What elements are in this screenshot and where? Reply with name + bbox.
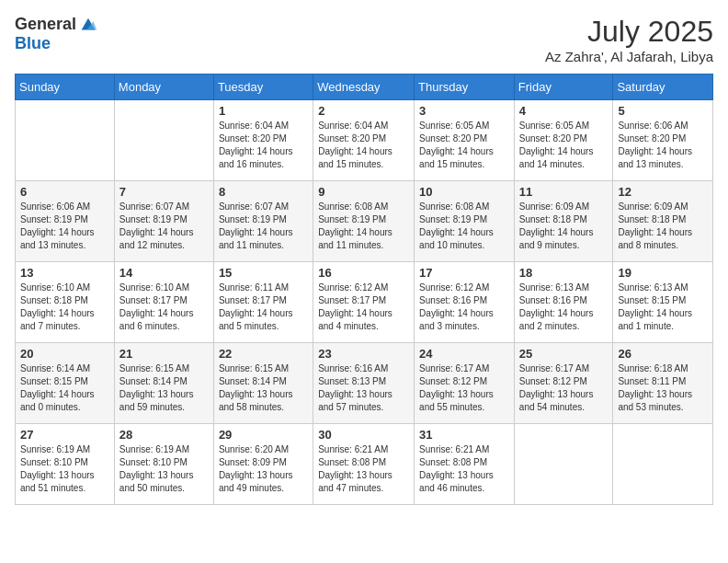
logo-text: General Blue — [15, 15, 98, 53]
weekday-header-monday: Monday — [114, 75, 213, 100]
day-detail: Sunrise: 6:13 AM Sunset: 8:16 PM Dayligh… — [519, 282, 609, 333]
weekday-header-thursday: Thursday — [415, 75, 515, 100]
day-number: 24 — [419, 347, 509, 361]
day-detail: Sunrise: 6:17 AM Sunset: 8:12 PM Dayligh… — [419, 362, 509, 414]
page-header: General Blue July 2025 Az Zahra', Al Jaf… — [15, 15, 713, 64]
calendar-cell: 3Sunrise: 6:05 AM Sunset: 8:20 PM Daylig… — [415, 100, 515, 181]
day-number: 23 — [318, 347, 409, 361]
day-number: 16 — [318, 266, 409, 280]
day-number: 14 — [119, 266, 209, 280]
day-detail: Sunrise: 6:05 AM Sunset: 8:20 PM Dayligh… — [519, 120, 609, 171]
day-number: 3 — [419, 104, 509, 118]
day-detail: Sunrise: 6:10 AM Sunset: 8:17 PM Dayligh… — [119, 282, 209, 333]
calendar-cell: 19Sunrise: 6:13 AM Sunset: 8:15 PM Dayli… — [613, 262, 713, 343]
day-number: 1 — [219, 104, 308, 118]
calendar-cell: 15Sunrise: 6:11 AM Sunset: 8:17 PM Dayli… — [213, 262, 313, 343]
day-detail: Sunrise: 6:07 AM Sunset: 8:19 PM Dayligh… — [219, 201, 308, 252]
day-detail: Sunrise: 6:04 AM Sunset: 8:20 PM Dayligh… — [318, 120, 409, 171]
calendar-cell: 9Sunrise: 6:08 AM Sunset: 8:19 PM Daylig… — [313, 181, 415, 262]
day-detail: Sunrise: 6:16 AM Sunset: 8:13 PM Dayligh… — [318, 362, 409, 414]
day-number: 4 — [519, 104, 609, 118]
day-detail: Sunrise: 6:12 AM Sunset: 8:16 PM Dayligh… — [419, 282, 509, 333]
logo-general: General — [15, 16, 76, 34]
calendar-cell: 5Sunrise: 6:06 AM Sunset: 8:20 PM Daylig… — [613, 100, 713, 181]
day-number: 19 — [618, 266, 708, 280]
calendar-cell: 13Sunrise: 6:10 AM Sunset: 8:18 PM Dayli… — [16, 262, 115, 343]
day-detail: Sunrise: 6:06 AM Sunset: 8:20 PM Dayligh… — [618, 120, 708, 171]
calendar-cell: 8Sunrise: 6:07 AM Sunset: 8:19 PM Daylig… — [213, 181, 313, 262]
calendar-cell: 22Sunrise: 6:15 AM Sunset: 8:14 PM Dayli… — [213, 343, 313, 424]
day-detail: Sunrise: 6:04 AM Sunset: 8:20 PM Dayligh… — [219, 120, 308, 171]
calendar-week-row: 1Sunrise: 6:04 AM Sunset: 8:20 PM Daylig… — [16, 100, 713, 181]
calendar-cell: 16Sunrise: 6:12 AM Sunset: 8:17 PM Dayli… — [313, 262, 415, 343]
calendar-cell: 7Sunrise: 6:07 AM Sunset: 8:19 PM Daylig… — [114, 181, 213, 262]
day-detail: Sunrise: 6:07 AM Sunset: 8:19 PM Dayligh… — [119, 201, 209, 252]
calendar-cell: 4Sunrise: 6:05 AM Sunset: 8:20 PM Daylig… — [514, 100, 613, 181]
day-number: 8 — [219, 185, 308, 199]
calendar-cell: 29Sunrise: 6:20 AM Sunset: 8:09 PM Dayli… — [213, 424, 313, 505]
day-number: 25 — [519, 347, 609, 361]
weekday-header-wednesday: Wednesday — [313, 75, 415, 100]
day-number: 20 — [20, 347, 109, 361]
day-number: 28 — [119, 428, 209, 442]
logo-icon — [78, 15, 98, 35]
day-number: 31 — [419, 428, 509, 442]
day-detail: Sunrise: 6:09 AM Sunset: 8:18 PM Dayligh… — [519, 201, 609, 252]
day-detail: Sunrise: 6:05 AM Sunset: 8:20 PM Dayligh… — [419, 120, 509, 171]
logo-blue: Blue — [15, 35, 98, 53]
day-detail: Sunrise: 6:06 AM Sunset: 8:19 PM Dayligh… — [20, 201, 109, 252]
calendar-cell: 30Sunrise: 6:21 AM Sunset: 8:08 PM Dayli… — [313, 424, 415, 505]
weekday-header-sunday: Sunday — [16, 75, 115, 100]
calendar-cell: 2Sunrise: 6:04 AM Sunset: 8:20 PM Daylig… — [313, 100, 415, 181]
day-detail: Sunrise: 6:18 AM Sunset: 8:11 PM Dayligh… — [618, 362, 708, 414]
calendar-cell: 25Sunrise: 6:17 AM Sunset: 8:12 PM Dayli… — [514, 343, 613, 424]
day-number: 17 — [419, 266, 509, 280]
calendar-cell: 28Sunrise: 6:19 AM Sunset: 8:10 PM Dayli… — [114, 424, 213, 505]
calendar-table: SundayMondayTuesdayWednesdayThursdayFrid… — [15, 74, 713, 505]
calendar-cell: 24Sunrise: 6:17 AM Sunset: 8:12 PM Dayli… — [415, 343, 515, 424]
calendar-cell: 14Sunrise: 6:10 AM Sunset: 8:17 PM Dayli… — [114, 262, 213, 343]
day-number: 7 — [119, 185, 209, 199]
day-detail: Sunrise: 6:17 AM Sunset: 8:12 PM Dayligh… — [519, 362, 609, 414]
calendar-week-row: 20Sunrise: 6:14 AM Sunset: 8:15 PM Dayli… — [16, 343, 713, 424]
calendar-cell: 23Sunrise: 6:16 AM Sunset: 8:13 PM Dayli… — [313, 343, 415, 424]
day-detail: Sunrise: 6:20 AM Sunset: 8:09 PM Dayligh… — [219, 443, 308, 495]
calendar-week-row: 13Sunrise: 6:10 AM Sunset: 8:18 PM Dayli… — [16, 262, 713, 343]
day-number: 30 — [318, 428, 409, 442]
day-detail: Sunrise: 6:09 AM Sunset: 8:18 PM Dayligh… — [618, 201, 708, 252]
day-detail: Sunrise: 6:12 AM Sunset: 8:17 PM Dayligh… — [318, 282, 409, 333]
calendar-cell: 17Sunrise: 6:12 AM Sunset: 8:16 PM Dayli… — [415, 262, 515, 343]
day-number: 10 — [419, 185, 509, 199]
day-number: 15 — [219, 266, 308, 280]
day-number: 18 — [519, 266, 609, 280]
location-title: Az Zahra', Al Jafarah, Libya — [545, 49, 713, 64]
day-number: 26 — [618, 347, 708, 361]
day-detail: Sunrise: 6:13 AM Sunset: 8:15 PM Dayligh… — [618, 282, 708, 333]
calendar-cell: 10Sunrise: 6:08 AM Sunset: 8:19 PM Dayli… — [415, 181, 515, 262]
day-number: 29 — [219, 428, 308, 442]
weekday-header-friday: Friday — [514, 75, 613, 100]
day-number: 5 — [618, 104, 708, 118]
day-detail: Sunrise: 6:19 AM Sunset: 8:10 PM Dayligh… — [20, 443, 109, 495]
calendar-cell — [16, 100, 115, 181]
calendar-cell: 20Sunrise: 6:14 AM Sunset: 8:15 PM Dayli… — [16, 343, 115, 424]
weekday-header-tuesday: Tuesday — [213, 75, 313, 100]
calendar-cell: 6Sunrise: 6:06 AM Sunset: 8:19 PM Daylig… — [16, 181, 115, 262]
weekday-header-saturday: Saturday — [613, 75, 713, 100]
calendar-cell — [613, 424, 713, 505]
calendar-cell — [114, 100, 213, 181]
day-detail: Sunrise: 6:08 AM Sunset: 8:19 PM Dayligh… — [318, 201, 409, 252]
day-number: 27 — [20, 428, 109, 442]
day-detail: Sunrise: 6:10 AM Sunset: 8:18 PM Dayligh… — [20, 282, 109, 333]
calendar-cell — [514, 424, 613, 505]
day-detail: Sunrise: 6:21 AM Sunset: 8:08 PM Dayligh… — [419, 443, 509, 495]
day-number: 13 — [20, 266, 109, 280]
day-number: 21 — [119, 347, 209, 361]
calendar-cell: 21Sunrise: 6:15 AM Sunset: 8:14 PM Dayli… — [114, 343, 213, 424]
calendar-cell: 11Sunrise: 6:09 AM Sunset: 8:18 PM Dayli… — [514, 181, 613, 262]
title-section: July 2025 Az Zahra', Al Jafarah, Libya — [545, 15, 713, 64]
day-detail: Sunrise: 6:14 AM Sunset: 8:15 PM Dayligh… — [20, 362, 109, 414]
day-number: 9 — [318, 185, 409, 199]
calendar-cell: 27Sunrise: 6:19 AM Sunset: 8:10 PM Dayli… — [16, 424, 115, 505]
day-number: 6 — [20, 185, 109, 199]
